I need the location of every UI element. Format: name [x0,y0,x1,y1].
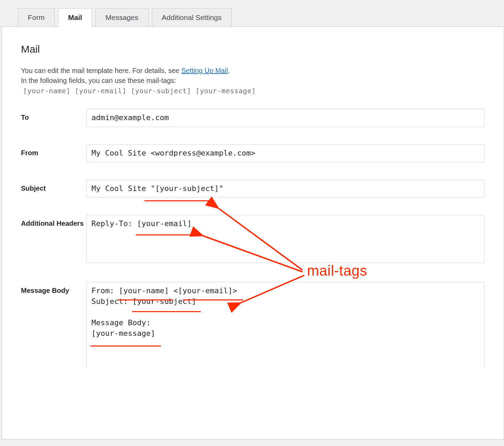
section-title: Mail [21,43,484,55]
underline-your-subject-2 [132,311,201,312]
underline-your-subject-1 [144,200,214,201]
input-subject[interactable] [86,180,484,198]
underline-your-email-1 [136,234,194,235]
underline-your-message [90,346,161,347]
input-to[interactable] [86,109,484,127]
textarea-headers[interactable] [86,215,484,263]
tab-additional-settings[interactable]: Additional Settings [152,8,232,26]
row-subject: Subject [21,180,484,198]
label-from: From [21,144,86,158]
underline-your-email-2 [183,299,243,300]
tab-messages-label: Messages [106,13,139,21]
textarea-body[interactable] [86,282,484,368]
intro-line-2: In the following fields, you can use the… [21,77,484,85]
tab-additional-label: Additional Settings [162,13,222,21]
setting-up-mail-link[interactable]: Setting Up Mail [181,67,228,74]
tab-bar: Form Mail Messages Additional Settings [0,0,504,26]
tab-messages[interactable]: Messages [96,8,149,26]
intro-line-1-prefix: You can edit the mail template here. For… [21,67,181,74]
row-headers: Additional Headers [21,215,484,265]
input-from[interactable] [86,144,484,162]
tab-mail-label: Mail [68,13,82,21]
label-headers: Additional Headers [21,215,86,229]
row-to: To [21,109,484,127]
label-body: Message Body [21,282,86,296]
row-body: Message Body [21,282,484,370]
tab-form-label: Form [28,13,45,21]
mail-panel: Mail You can edit the mail template here… [1,26,504,439]
annotation-label: mail-tags [307,263,367,279]
row-from: From [21,144,484,162]
tab-form[interactable]: Form [18,8,55,26]
label-to: To [21,109,86,123]
intro-line-1-suffix: . [228,67,230,74]
underline-your-name [118,299,173,300]
tab-mail[interactable]: Mail [58,8,92,26]
mailtags-list: [your-name] [your-email] [your-subject] … [23,87,484,95]
label-subject: Subject [21,180,86,193]
intro-line-1: You can edit the mail template here. For… [21,67,484,75]
